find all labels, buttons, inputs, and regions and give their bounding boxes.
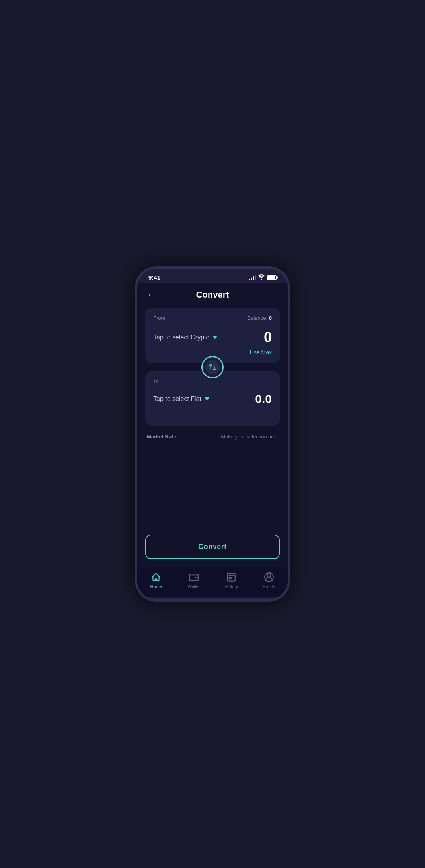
header: ← Convert xyxy=(137,283,288,308)
notch xyxy=(187,269,238,282)
market-rate-hint: Make your selection first. xyxy=(221,434,278,440)
page-title: Convert xyxy=(196,290,229,300)
status-time: 9:41 xyxy=(148,274,160,281)
battery-icon xyxy=(267,275,277,280)
nav-label-profile: Profile xyxy=(263,584,275,589)
signal-icon xyxy=(249,275,256,280)
svg-point-2 xyxy=(267,574,271,577)
from-amount: 0 xyxy=(264,329,272,346)
status-icons xyxy=(249,274,277,281)
home-icon xyxy=(151,572,161,582)
swap-button[interactable] xyxy=(201,356,224,378)
swap-inner xyxy=(205,360,220,374)
history-icon xyxy=(226,572,236,582)
crypto-dropdown-arrow xyxy=(212,336,217,339)
nav-label-history: History xyxy=(224,584,238,589)
use-max-button[interactable]: Use Max xyxy=(250,349,272,356)
convert-button[interactable]: Convert xyxy=(145,535,280,559)
select-fiat-dropdown[interactable]: Tap to select Fiat xyxy=(153,395,209,403)
cards-wrapper: From Balance: 0 Tap to select Crypto 0 xyxy=(145,308,280,426)
balance-label: Balance: 0 xyxy=(248,315,272,321)
bottom-nav: Home Wallet History xyxy=(137,567,288,597)
svg-rect-0 xyxy=(189,574,198,580)
nav-label-wallet: Wallet xyxy=(188,584,200,589)
market-rate-label: Market Rate xyxy=(147,434,176,440)
to-amount: 0.0 xyxy=(255,392,272,406)
select-fiat-text: Tap to select Fiat xyxy=(153,395,201,403)
select-crypto-text: Tap to select Crypto xyxy=(153,334,209,341)
main-area: From Balance: 0 Tap to select Crypto 0 xyxy=(137,308,288,535)
nav-item-history[interactable]: History xyxy=(217,572,245,589)
from-label: From xyxy=(153,315,165,321)
use-max-container: Use Max xyxy=(153,349,272,356)
phone-shell: 9:41 ← Convert xyxy=(135,266,290,602)
select-crypto-dropdown[interactable]: Tap to select Crypto xyxy=(153,334,217,341)
wallet-icon xyxy=(189,572,199,582)
fiat-dropdown-arrow xyxy=(205,397,209,401)
from-card: From Balance: 0 Tap to select Crypto 0 xyxy=(145,308,280,363)
nav-item-home[interactable]: Home xyxy=(142,572,170,589)
back-button[interactable]: ← xyxy=(147,290,156,300)
wifi-icon xyxy=(258,274,265,281)
profile-icon xyxy=(264,572,274,582)
market-rate-row: Market Rate Make your selection first. xyxy=(145,434,280,440)
nav-item-profile[interactable]: Profile xyxy=(255,572,283,589)
nav-label-home: Home xyxy=(150,584,162,589)
swap-container xyxy=(145,356,280,378)
to-card: To Tap to select Fiat 0.0 xyxy=(145,371,280,426)
to-card-body: Tap to select Fiat 0.0 xyxy=(153,392,272,406)
to-card-header: To xyxy=(153,378,272,389)
swap-arrows-icon xyxy=(208,363,217,372)
convert-btn-container: Convert xyxy=(137,535,288,567)
nav-item-wallet[interactable]: Wallet xyxy=(180,572,208,589)
from-card-header: From Balance: 0 xyxy=(153,315,272,326)
screen-content: ← Convert From Balance: 0 xyxy=(137,283,288,597)
from-card-body: Tap to select Crypto 0 xyxy=(153,329,272,346)
to-label: To xyxy=(153,378,159,384)
